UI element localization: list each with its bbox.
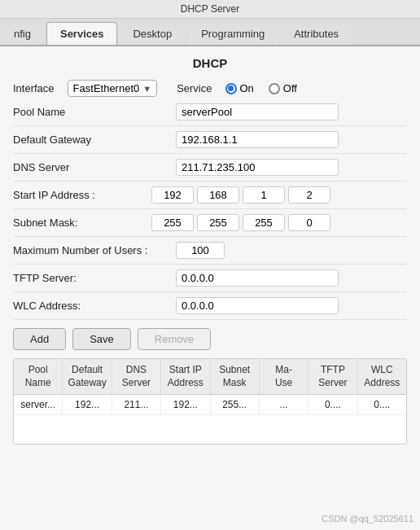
td-wlc: 0.... <box>358 395 406 414</box>
section-title: DHCP <box>13 56 407 70</box>
pool-name-row: Pool Name <box>13 103 407 126</box>
th-start-ip: Start IPAddress <box>161 359 210 394</box>
action-buttons: Add Save Remove <box>13 328 407 350</box>
wlc-address-label: WLC Address: <box>13 300 176 312</box>
th-tftp-server: TFTPServer <box>308 359 357 394</box>
tabs-bar: nfig Services Desktop Programming Attrib… <box>0 19 420 46</box>
subnet-mask-row: Subnet Mask: <box>13 214 407 237</box>
td-pool-name: server... <box>14 395 63 414</box>
radio-off-btn[interactable] <box>269 83 280 94</box>
max-users-label: Maximum Number of Users : <box>13 244 176 256</box>
subnet-octet2[interactable] <box>197 214 239 231</box>
th-max: Ma-Use <box>260 359 308 394</box>
title-bar: DHCP Server <box>0 0 420 19</box>
subnet-octet4[interactable] <box>288 214 330 231</box>
td-start-ip: 192... <box>161 395 210 414</box>
title-text: DHCP Server <box>181 3 239 15</box>
interface-select[interactable]: FastEthernet0 ▼ <box>68 80 158 97</box>
pool-name-label: Pool Name <box>13 106 176 118</box>
start-ip-label: Start IP Address : <box>13 189 151 201</box>
subnet-octet1[interactable] <box>151 214 194 231</box>
th-dns-server: DNSServer <box>112 359 161 394</box>
max-users-input[interactable] <box>176 242 225 259</box>
default-gateway-row: Default Gateway <box>13 131 407 154</box>
default-gateway-input[interactable] <box>176 131 339 148</box>
tab-attributes[interactable]: Attributes <box>280 22 352 45</box>
pool-name-input[interactable] <box>176 103 339 120</box>
radio-on-btn[interactable] <box>225 83 237 94</box>
tab-config[interactable]: nfig <box>0 22 45 45</box>
radio-on[interactable]: On <box>225 82 254 94</box>
tftp-server-input[interactable] <box>176 269 339 287</box>
th-subnet-mask: SubnetMask <box>211 359 260 394</box>
table-body: server... 192... 211... 192... 255... ..… <box>14 395 406 444</box>
table-header: PoolName DefaultGateway DNSServer Start … <box>14 359 406 395</box>
interface-value: FastEthernet0 <box>73 82 140 94</box>
watermark: CSDN @qq_52025611 <box>322 514 413 523</box>
service-radio-group: On Off <box>225 82 297 94</box>
remove-button[interactable]: Remove <box>138 328 211 350</box>
start-ip-inputs <box>151 186 330 204</box>
td-tftp: 0.... <box>308 395 357 414</box>
th-wlc-address: WLCAddress <box>358 359 406 394</box>
start-ip-octet4[interactable] <box>288 186 330 204</box>
tab-services[interactable]: Services <box>46 22 118 45</box>
table-row[interactable]: server... 192... 211... 192... 255... ..… <box>14 395 406 415</box>
service-label: Service <box>177 82 212 94</box>
tftp-server-row: TFTP Server: <box>13 269 407 292</box>
dns-server-label: DNS Server <box>13 161 176 173</box>
tab-programming[interactable]: Programming <box>187 22 278 45</box>
th-default-gateway: DefaultGateway <box>63 359 112 394</box>
td-max: ... <box>260 395 308 414</box>
interface-row: Interface FastEthernet0 ▼ Service On Off <box>13 80 407 97</box>
subnet-octet3[interactable] <box>243 214 285 231</box>
tftp-server-label: TFTP Server: <box>13 272 176 284</box>
content-area: DHCP Interface FastEthernet0 ▼ Service O… <box>0 46 420 454</box>
subnet-mask-label: Subnet Mask: <box>13 217 151 229</box>
max-users-row: Maximum Number of Users : <box>13 242 407 265</box>
td-subnet: 255... <box>211 395 260 414</box>
dns-server-input[interactable] <box>176 159 339 176</box>
default-gateway-label: Default Gateway <box>13 134 176 146</box>
start-ip-octet3[interactable] <box>243 186 285 204</box>
save-button[interactable]: Save <box>72 328 131 350</box>
wlc-address-row: WLC Address: <box>13 297 407 320</box>
window: DHCP Server nfig Services Desktop Progra… <box>0 0 420 530</box>
tab-desktop[interactable]: Desktop <box>119 22 186 45</box>
start-ip-row: Start IP Address : <box>13 186 407 209</box>
interface-label: Interface <box>13 82 55 94</box>
td-dns: 211... <box>112 395 161 414</box>
radio-off[interactable]: Off <box>269 82 297 94</box>
start-ip-octet2[interactable] <box>197 186 239 204</box>
dhcp-table: PoolName DefaultGateway DNSServer Start … <box>13 358 407 445</box>
td-gateway: 192... <box>63 395 112 414</box>
add-button[interactable]: Add <box>13 328 66 350</box>
radio-off-label: Off <box>283 82 297 94</box>
th-pool-name: PoolName <box>14 359 63 394</box>
radio-on-label: On <box>240 82 254 94</box>
subnet-mask-inputs <box>151 214 330 231</box>
chevron-down-icon: ▼ <box>142 84 151 94</box>
dns-server-row: DNS Server <box>13 159 407 182</box>
start-ip-octet1[interactable] <box>151 186 194 204</box>
wlc-address-input[interactable] <box>176 297 339 314</box>
